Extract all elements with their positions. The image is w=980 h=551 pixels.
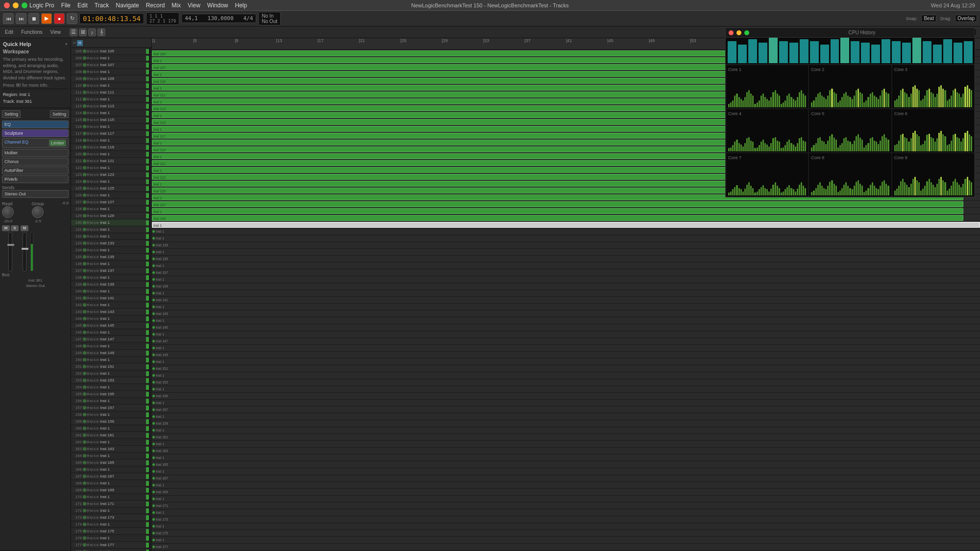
- arrange-row[interactable]: Inst 1: [152, 228, 980, 235]
- track-m[interactable]: M: [90, 77, 93, 80]
- track-m[interactable]: M: [90, 208, 93, 211]
- track-power-btn[interactable]: [83, 139, 86, 142]
- track-power-btn[interactable]: [83, 433, 86, 437]
- track-r[interactable]: R: [97, 57, 98, 60]
- track-r[interactable]: R: [97, 537, 98, 540]
- track-s[interactable]: S: [94, 208, 96, 211]
- arrange-row[interactable]: Inst 1: [152, 263, 980, 269]
- grid-view-icon[interactable]: ⊞: [79, 28, 87, 36]
- track-r[interactable]: R: [97, 146, 98, 149]
- track-power-btn[interactable]: [83, 385, 86, 389]
- track-power-btn[interactable]: [83, 331, 86, 334]
- arrange-row[interactable]: Inst 135: [152, 256, 980, 263]
- track-m[interactable]: M: [90, 372, 93, 375]
- arrange-row[interactable]: Inst 161: [152, 434, 980, 441]
- track-power-btn[interactable]: [83, 427, 86, 430]
- track-m[interactable]: M: [90, 400, 93, 403]
- track-power-btn[interactable]: [83, 488, 86, 492]
- track-header-row[interactable]: 163 H M S R Inst 163: [71, 446, 149, 453]
- track-header-row[interactable]: 128 H M S R Inst 1: [71, 206, 149, 213]
- score-view-icon[interactable]: ♪: [88, 28, 96, 36]
- track-r[interactable]: R: [97, 242, 98, 245]
- track-header-row[interactable]: 148 H M S R Inst 1: [71, 343, 149, 350]
- track-m[interactable]: M: [90, 263, 93, 265]
- track-power-btn[interactable]: [83, 543, 86, 547]
- menu-bar[interactable]: Logic Pro File Edit Track Navigate Recor…: [29, 2, 247, 9]
- piano-view-icon[interactable]: 𝄞: [98, 28, 105, 36]
- track-header-row[interactable]: 149 H M S R Inst 149: [71, 350, 149, 357]
- track-s[interactable]: S: [94, 413, 96, 416]
- track-m[interactable]: M: [90, 173, 93, 176]
- track-s[interactable]: S: [94, 71, 96, 73]
- arrange-row[interactable]: Inst 1: [152, 276, 980, 283]
- track-header-row[interactable]: 127 H M S R Inst 127: [71, 199, 149, 206]
- sends-slot[interactable]: Stereo Out: [2, 190, 69, 198]
- track-m[interactable]: M: [90, 359, 93, 361]
- track-power-btn[interactable]: [83, 166, 86, 169]
- track-s[interactable]: S: [94, 420, 96, 423]
- arrange-row[interactable]: Inst 1: [152, 427, 980, 434]
- track-power-btn[interactable]: [83, 406, 86, 409]
- track-s[interactable]: S: [94, 379, 96, 382]
- track-s[interactable]: S: [94, 180, 96, 183]
- drag-value[interactable]: Overlap: [955, 15, 977, 22]
- track-r[interactable]: R: [97, 427, 98, 430]
- track-header-row[interactable]: 175 H M S R Inst 175: [71, 528, 149, 535]
- menu-window[interactable]: Window: [207, 2, 228, 9]
- arrange-row[interactable]: Inst 1: [152, 496, 980, 503]
- track-m[interactable]: M: [90, 269, 93, 272]
- rewind-button[interactable]: ⏮: [3, 13, 14, 24]
- mute-button2[interactable]: M: [21, 225, 28, 231]
- track-s[interactable]: S: [94, 98, 96, 101]
- arrange-row[interactable]: Inst 173: [152, 516, 980, 523]
- track-power-btn[interactable]: [83, 523, 86, 526]
- volume-knob[interactable]: [2, 206, 14, 218]
- arrange-row[interactable]: Inst 175: [152, 530, 980, 537]
- track-header-row[interactable]: 154 H M S R Inst 1: [71, 384, 149, 391]
- track-s[interactable]: S: [94, 372, 96, 375]
- track-s[interactable]: S: [94, 297, 96, 300]
- track-r[interactable]: R: [97, 420, 98, 423]
- track-power-btn[interactable]: [83, 468, 86, 471]
- track-m[interactable]: M: [90, 461, 93, 464]
- track-r[interactable]: R: [97, 365, 98, 368]
- track-s[interactable]: S: [94, 64, 96, 67]
- track-s[interactable]: S: [94, 276, 96, 279]
- arrange-row[interactable]: Inst 169: [152, 489, 980, 496]
- track-m[interactable]: M: [90, 516, 93, 519]
- track-s[interactable]: S: [94, 530, 96, 533]
- track-r[interactable]: R: [97, 407, 98, 409]
- track-power-btn[interactable]: [83, 269, 86, 272]
- track-power-btn[interactable]: [83, 97, 86, 101]
- track-m[interactable]: M: [90, 475, 93, 478]
- track-header-row[interactable]: 141 H M S R Inst 141: [71, 295, 149, 302]
- arrange-row[interactable]: Inst 1: [152, 413, 980, 420]
- track-r[interactable]: R: [97, 516, 98, 519]
- track-power-btn[interactable]: [83, 296, 86, 300]
- track-power-btn[interactable]: [83, 440, 86, 444]
- arrange-row[interactable]: Inst 141: [152, 297, 980, 304]
- cpu-close[interactable]: [729, 30, 734, 35]
- track-s[interactable]: S: [94, 105, 96, 108]
- track-header-row[interactable]: 152 H M S R Inst 1: [71, 370, 149, 377]
- arrange-row[interactable]: Inst 159: [152, 420, 980, 427]
- track-header-row[interactable]: 176 H M S R Inst 1: [71, 535, 149, 542]
- track-s[interactable]: S: [94, 263, 96, 265]
- track-s[interactable]: S: [94, 173, 96, 176]
- track-header-row[interactable]: 106 H M S R Inst 1: [71, 55, 149, 62]
- track-power-btn[interactable]: [83, 262, 86, 265]
- track-m[interactable]: M: [90, 386, 93, 389]
- track-s[interactable]: S: [94, 544, 96, 547]
- track-r[interactable]: R: [97, 461, 98, 464]
- track-r[interactable]: R: [97, 338, 98, 341]
- track-m[interactable]: M: [90, 455, 93, 457]
- arrange-row[interactable]: Inst 139: [152, 283, 980, 290]
- cpu-expand[interactable]: [744, 30, 749, 35]
- track-r[interactable]: R: [97, 311, 98, 313]
- track-r[interactable]: R: [97, 91, 98, 94]
- track-s[interactable]: S: [94, 455, 96, 457]
- track-power-btn[interactable]: [83, 200, 86, 204]
- track-s[interactable]: S: [94, 119, 96, 121]
- track-r[interactable]: R: [97, 345, 98, 348]
- arrange-row[interactable]: Inst 147: [152, 338, 980, 345]
